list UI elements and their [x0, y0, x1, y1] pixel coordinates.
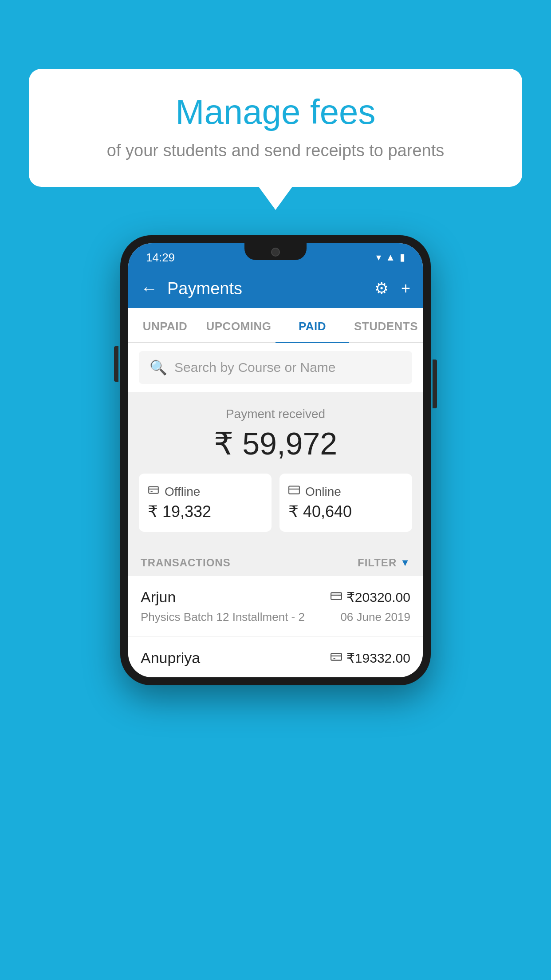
search-container: 🔍 Search by Course or Name: [128, 343, 423, 392]
transaction-top-anupriya: Anupriya ₹19332.00: [141, 649, 410, 667]
transaction-row-arjun[interactable]: Arjun ₹20320.00 Physics Batch 12 Install…: [128, 576, 423, 637]
app-bar: ← Payments ⚙ +: [128, 269, 423, 308]
transactions-header: TRANSACTIONS FILTER ▼: [128, 544, 423, 576]
tab-students[interactable]: STUDENTS: [349, 308, 423, 342]
app-title: Payments: [167, 279, 374, 298]
transaction-name-anupriya: Anupriya: [141, 649, 200, 667]
wifi-icon: ▾: [376, 252, 381, 263]
svg-rect-7: [331, 653, 342, 660]
payment-cards: Offline ₹ 19,332 Online: [139, 474, 412, 532]
svg-rect-3: [289, 486, 299, 494]
phone-notch: [244, 243, 307, 260]
tab-upcoming[interactable]: UPCOMING: [202, 308, 276, 342]
transactions-label: TRANSACTIONS: [141, 557, 231, 569]
offline-card-header: Offline: [148, 484, 263, 499]
filter-triangle-icon: ▼: [400, 557, 410, 569]
speech-bubble-container: Manage fees of your students and send re…: [29, 69, 522, 187]
transaction-amount-anupriya: ₹19332.00: [346, 650, 410, 666]
transaction-top-arjun: Arjun ₹20320.00: [141, 589, 410, 606]
app-bar-icons: ⚙ +: [374, 279, 410, 298]
svg-rect-0: [149, 486, 158, 493]
transaction-date-arjun: 06 June 2019: [340, 610, 410, 624]
status-time: 14:29: [146, 251, 175, 265]
speech-bubble: Manage fees of your students and send re…: [29, 69, 522, 187]
transaction-name-arjun: Arjun: [141, 589, 176, 606]
online-icon: [288, 484, 300, 499]
payment-received-amount: ₹ 59,972: [139, 426, 412, 462]
transaction-amount-wrap-arjun: ₹20320.00: [331, 589, 410, 605]
offline-label: Offline: [165, 485, 200, 499]
camera-dot: [271, 248, 280, 257]
search-bar[interactable]: 🔍 Search by Course or Name: [139, 351, 412, 384]
phone-container: 14:29 ▾ ▲ ▮ ← Payments ⚙ + UNPAID: [120, 235, 431, 685]
card-payment-icon: [331, 590, 342, 604]
search-placeholder: Search by Course or Name: [174, 360, 336, 375]
payment-received-section: Payment received ₹ 59,972: [128, 392, 423, 544]
gear-icon[interactable]: ⚙: [374, 279, 389, 298]
transaction-amount-arjun: ₹20320.00: [346, 589, 410, 605]
search-icon: 🔍: [150, 359, 167, 376]
battery-icon: ▮: [400, 252, 405, 263]
transaction-row-anupriya[interactable]: Anupriya ₹19332.00: [128, 637, 423, 677]
online-card: Online ₹ 40,640: [279, 474, 412, 532]
phone-screen: 14:29 ▾ ▲ ▮ ← Payments ⚙ + UNPAID: [128, 243, 423, 677]
svg-rect-5: [331, 593, 342, 599]
offline-icon: [148, 484, 159, 499]
transaction-amount-wrap-anupriya: ₹19332.00: [331, 650, 410, 666]
status-icons: ▾ ▲ ▮: [376, 252, 405, 263]
tab-bar: UNPAID UPCOMING PAID STUDENTS: [128, 308, 423, 343]
online-card-header: Online: [288, 484, 403, 499]
offline-card: Offline ₹ 19,332: [139, 474, 272, 532]
signal-icon: ▲: [386, 252, 395, 263]
online-label: Online: [305, 485, 341, 499]
tab-unpaid[interactable]: UNPAID: [128, 308, 202, 342]
transaction-bottom-arjun: Physics Batch 12 Installment - 2 06 June…: [141, 610, 410, 624]
bubble-title: Manage fees: [55, 93, 496, 131]
plus-icon[interactable]: +: [401, 279, 410, 298]
payment-received-label: Payment received: [139, 407, 412, 421]
online-amount: ₹ 40,640: [288, 502, 403, 521]
transaction-course-arjun: Physics Batch 12 Installment - 2: [141, 610, 305, 624]
filter-label[interactable]: FILTER ▼: [358, 557, 410, 569]
offline-amount: ₹ 19,332: [148, 502, 263, 521]
bubble-subtitle: of your students and send receipts to pa…: [55, 141, 496, 160]
cash-payment-icon: [331, 651, 342, 665]
back-button[interactable]: ←: [141, 279, 157, 298]
phone-frame: 14:29 ▾ ▲ ▮ ← Payments ⚙ + UNPAID: [120, 235, 431, 685]
tab-paid[interactable]: PAID: [276, 308, 349, 342]
